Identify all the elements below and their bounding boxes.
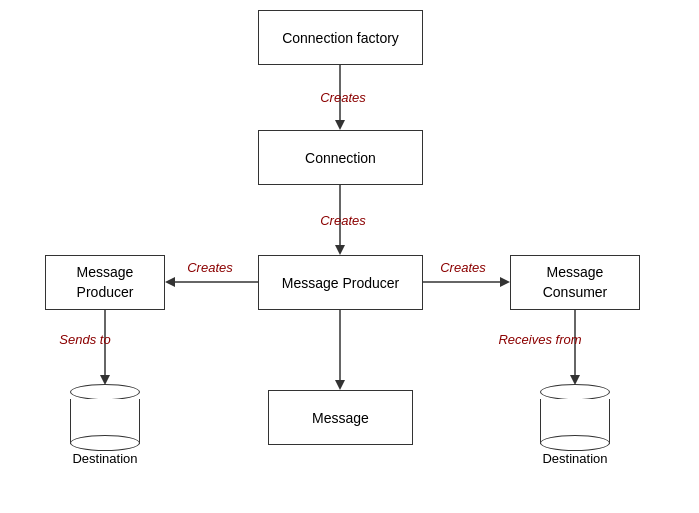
connection-factory-box: Connection factory [258,10,423,65]
destination-left-label: Destination [65,451,145,466]
cylinder-right-top [540,384,610,400]
diagram: Connection factory Connection Message Pr… [0,0,699,513]
message-consumer-label: MessageConsumer [543,263,608,302]
svg-marker-3 [335,245,345,255]
receives-from-label: Receives from [490,332,590,347]
session-box: Message Producer [258,255,423,310]
creates-label-3: Creates [175,260,245,275]
destination-left-cylinder: Destination [70,383,140,460]
connection-factory-label: Connection factory [282,30,399,46]
cylinder-left-top [70,384,140,400]
creates-label-1: Creates [308,90,378,105]
message-producer-box: MessageProducer [45,255,165,310]
creates-label-4: Creates [428,260,498,275]
creates-label-2: Creates [308,213,378,228]
destination-right-label: Destination [535,451,615,466]
destination-right-cylinder: Destination [540,383,610,460]
connection-label: Connection [305,150,376,166]
session-label: Message Producer [282,275,400,291]
message-producer-label: MessageProducer [77,263,134,302]
message-label: Message [312,410,369,426]
svg-marker-7 [500,277,510,287]
message-box: Message [268,390,413,445]
cylinder-right-bottom [540,435,610,451]
cylinder-left-bottom [70,435,140,451]
svg-marker-9 [335,380,345,390]
svg-marker-1 [335,120,345,130]
connection-box: Connection [258,130,423,185]
sends-to-label: Sends to [45,332,125,347]
message-consumer-box: MessageConsumer [510,255,640,310]
svg-marker-5 [165,277,175,287]
